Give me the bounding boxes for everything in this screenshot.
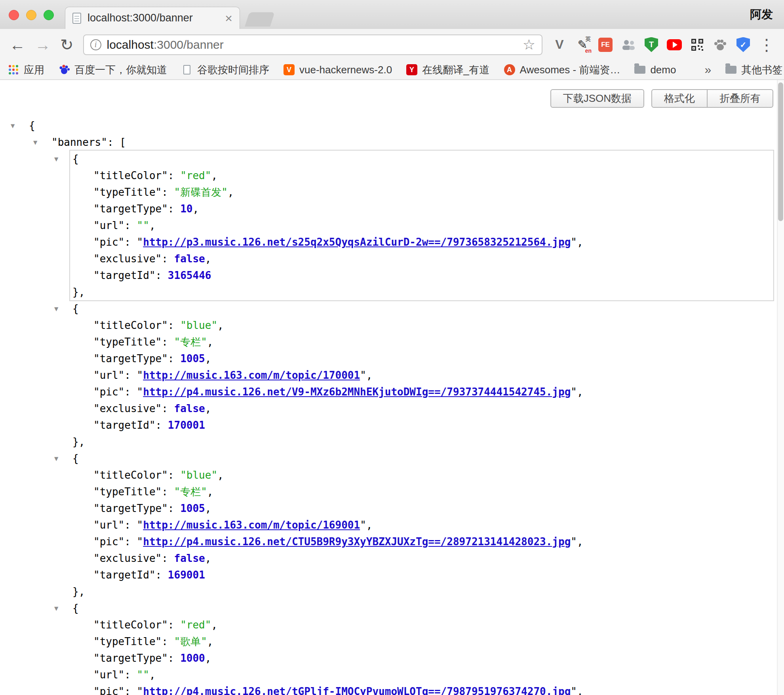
bookmark-google-sort[interactable]: 谷歌按时间排序 <box>181 63 269 77</box>
page-info-icon[interactable]: i <box>90 39 101 50</box>
baidu-paw-icon <box>59 64 70 75</box>
bookmark-youdao-translate[interactable]: Y 在线翻译_有道 <box>406 63 489 77</box>
json-string-value: "blue" <box>180 319 217 331</box>
close-window-button[interactable] <box>9 10 19 20</box>
format-button[interactable]: 格式化 <box>651 89 708 108</box>
json-url-link[interactable]: http://p4.music.126.net/V9-MXz6b2MNhEKju… <box>143 386 571 398</box>
youtube-extension-icon[interactable] <box>667 37 682 52</box>
browser-menu-icon[interactable]: ⋮ <box>759 37 774 53</box>
browser-tab[interactable]: localhost:3000/banner × <box>65 7 240 29</box>
new-tab-button[interactable] <box>245 12 275 27</box>
green-shield-icon: T <box>645 37 658 52</box>
json-line: "targetType": 1005, <box>70 350 773 367</box>
play-icon <box>673 42 677 48</box>
json-key: "typeTitle" <box>93 636 162 647</box>
json-url-link[interactable]: http://music.163.com/m/topic/169001 <box>143 519 360 531</box>
bookmark-baidu[interactable]: 百度一下，你就知道 <box>59 63 167 77</box>
fe-extension-icon[interactable]: FE <box>598 37 613 52</box>
collapse-toggle-icon[interactable]: ▼ <box>33 134 37 151</box>
safety-check-extension-icon[interactable]: ✓ <box>736 37 751 52</box>
json-line: "targetType": 1000, <box>70 650 773 666</box>
json-line: "titleColor": "blue", <box>70 467 773 483</box>
apps-grid-icon <box>8 64 19 75</box>
json-key: "typeTitle" <box>93 336 162 348</box>
bookmark-vue-hackernews[interactable]: V vue-hackernews-2.0 <box>284 64 392 76</box>
collapse-toggle-icon[interactable]: ▼ <box>54 450 58 467</box>
scrollbar-track[interactable] <box>777 80 784 695</box>
json-key: "titleColor" <box>93 170 168 181</box>
forward-icon[interactable]: → <box>35 37 51 53</box>
json-line: "url": "", <box>70 217 773 234</box>
collapse-toggle-icon[interactable]: ▼ <box>54 600 58 617</box>
bookmarks-overflow-icon[interactable]: » <box>704 63 711 76</box>
bookmark-label: 谷歌按时间排序 <box>197 63 269 77</box>
bookmark-label: 应用 <box>24 63 44 77</box>
json-string-value: "" <box>137 669 149 681</box>
bookmark-label: 其他书签 <box>741 63 782 77</box>
vimium-extension-icon[interactable]: V <box>552 37 567 52</box>
json-string-value: "新碟首发" <box>174 186 228 198</box>
qrcode-extension-icon[interactable] <box>690 37 705 52</box>
json-line: ▼"banners": [ <box>0 134 784 151</box>
json-line: ▼{ <box>70 450 773 467</box>
security-shield-extension-icon[interactable]: T <box>644 37 659 52</box>
address-bar[interactable]: i localhost:3000/banner ☆ <box>83 34 542 55</box>
translate-extension-icon[interactable]: ✎ 英 en <box>575 37 590 52</box>
back-icon[interactable]: ← <box>10 37 25 53</box>
json-key: "url" <box>93 369 124 381</box>
json-key: "pic" <box>93 685 124 695</box>
json-url-link[interactable]: http://music.163.com/m/topic/170001 <box>143 369 360 381</box>
paw-extension-icon[interactable] <box>713 37 728 52</box>
json-line: "targetId": 169001 <box>70 567 773 583</box>
collapse-all-button[interactable]: 折叠所有 <box>707 89 773 108</box>
json-line: "pic": "http://p3.music.126.net/s25q2x5Q… <box>70 234 773 250</box>
json-number-value: 169001 <box>168 569 205 581</box>
zoom-window-button[interactable] <box>44 10 54 20</box>
json-url-link[interactable]: http://p4.music.126.net/tGPljf-IMOCyPvum… <box>143 685 571 695</box>
format-button-group: 格式化 折叠所有 <box>651 89 773 108</box>
tab-title: localhost:3000/banner <box>88 12 220 24</box>
bookmark-folder-demo[interactable]: demo <box>634 64 676 76</box>
paw-icon <box>714 38 727 51</box>
json-line: ▼{ <box>70 151 773 167</box>
json-key: "banners" <box>51 136 107 148</box>
reload-icon[interactable]: ↻ <box>60 37 74 53</box>
bookmark-label: 百度一下，你就知道 <box>74 63 167 77</box>
json-line: "targetType": 10, <box>70 200 773 217</box>
collapse-toggle-icon[interactable]: ▼ <box>11 117 15 134</box>
navigation-bar: ← → ↻ i localhost:3000/banner ☆ V ✎ 英 en… <box>0 29 784 60</box>
json-line: "targetId": 3165446 <box>70 267 773 284</box>
window-controls <box>9 10 54 20</box>
json-line: "targetId": 170001 <box>70 417 773 433</box>
bookmark-apps[interactable]: 应用 <box>8 63 44 77</box>
json-line: "url": "http://music.163.com/m/topic/170… <box>70 367 773 384</box>
minimize-window-button[interactable] <box>26 10 36 20</box>
json-number-value: 1000 <box>180 652 205 664</box>
json-string-value: "专栏" <box>174 336 207 348</box>
collapse-toggle-icon[interactable]: ▼ <box>54 151 58 167</box>
bookmark-label: demo <box>650 64 676 76</box>
collapse-toggle-icon[interactable]: ▼ <box>54 300 58 317</box>
download-json-button[interactable]: 下载JSON数据 <box>550 89 644 108</box>
json-url-link[interactable]: http://p3.music.126.net/s25q2x5QyqsAzilC… <box>143 236 571 248</box>
json-tree: ▼{▼"banners": [▼{"titleColor": "red","ty… <box>0 108 784 695</box>
tab-close-icon[interactable]: × <box>225 12 232 25</box>
json-key: "exclusive" <box>93 552 162 564</box>
accounts-extension-icon[interactable] <box>621 37 636 52</box>
folder-icon <box>725 64 736 75</box>
json-line: "pic": "http://p4.music.126.net/tGPljf-I… <box>70 683 773 695</box>
url-text: localhost:3000/banner <box>107 38 224 52</box>
json-line: "exclusive": false, <box>70 550 773 567</box>
json-line: "pic": "http://p4.music.126.net/V9-MXz6b… <box>70 384 773 400</box>
bookmark-folder-other[interactable]: 其他书签 <box>725 63 782 77</box>
json-key: "url" <box>93 669 124 681</box>
scrollbar-thumb[interactable] <box>778 82 783 221</box>
bookmark-star-icon[interactable]: ☆ <box>523 38 535 52</box>
bookmark-awesomes[interactable]: A Awesomes - 前端资… <box>504 63 620 77</box>
json-key: "titleColor" <box>93 619 168 631</box>
bookmark-label: Awesomes - 前端资… <box>520 63 620 77</box>
page-content: 下载JSON数据 格式化 折叠所有 ▼{▼"banners": [▼{"titl… <box>0 80 784 695</box>
json-line: "typeTitle": "新碟首发", <box>70 184 773 200</box>
json-url-link[interactable]: http://p4.music.126.net/CTU5B9R9y3XyYBZX… <box>143 536 571 548</box>
json-line: ▼{ <box>70 300 773 317</box>
